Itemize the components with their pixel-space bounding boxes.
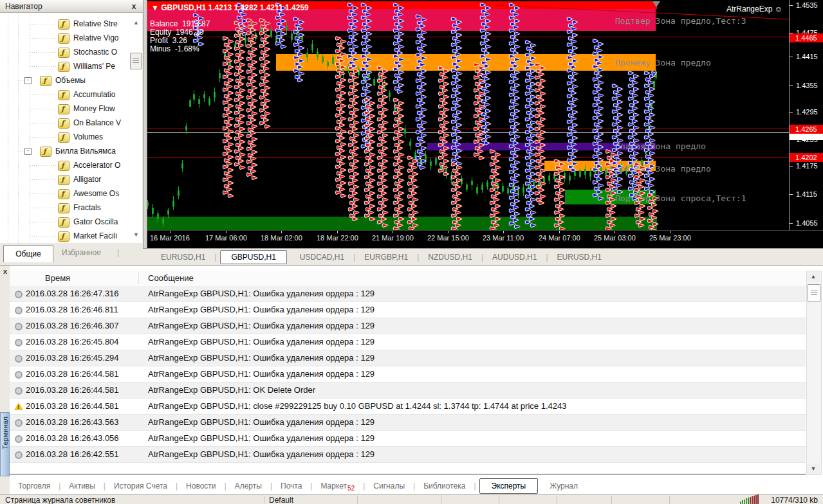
sidebar-item-fractals[interactable]: Fractals	[0, 201, 142, 215]
tree-collapse-icon[interactable]: -	[24, 148, 32, 155]
chart-collapse-icon[interactable]: ▼	[151, 3, 161, 12]
candle-body	[507, 188, 509, 194]
terminal-tab-алерты[interactable]: Алерты	[227, 482, 270, 491]
time-tick-label: 22 Mar 15:00	[427, 234, 469, 242]
candle-body	[172, 201, 174, 207]
terminal-tab-торговля[interactable]: Торговля	[10, 482, 59, 491]
tree-collapse-icon[interactable]: -	[24, 77, 32, 84]
scroll-thumb[interactable]	[808, 284, 820, 302]
tree-connector	[30, 52, 56, 53]
log-info-icon	[15, 451, 23, 459]
time-tick-label: 17 Mar 06:00	[205, 234, 247, 242]
candle-body	[157, 213, 159, 219]
scroll-up-icon[interactable]: ▲	[807, 271, 820, 282]
chart-tab-eurgbp-h1[interactable]: EURGBP,H1	[355, 253, 417, 262]
price-tick-dash	[790, 223, 793, 224]
sidebar-item-accelerator-o[interactable]: Accelerator O	[0, 158, 142, 172]
chart-tab-bar: EURUSD,H1|GBPUSD,H1USDCAD,H1|EURGBP,H1|N…	[143, 248, 823, 265]
time-axis[interactable]: 16 Mar 201617 Mar 06:0018 Mar 02:0018 Ma…	[147, 230, 823, 246]
sidebar-item-объемы[interactable]: -Объемы	[0, 73, 142, 87]
chart-symbol: GBPUSD,H1	[161, 3, 206, 12]
table-row[interactable]: 2016.03.28 16:26:43.563AtrRangeExp GBPUS…	[10, 415, 806, 431]
scroll-down-icon[interactable]: ▼	[807, 464, 820, 474]
navigator-close-icon[interactable]: x	[129, 1, 139, 12]
price-scale[interactable]: 1.45351.44751.44151.43551.42951.42351.41…	[790, 0, 823, 230]
market-badge: 52	[347, 485, 355, 492]
red-signal-arrow-icon: ►	[412, 228, 417, 230]
status-cell-divider	[441, 496, 441, 504]
table-row[interactable]: 2016.03.28 16:26:44.581AtrRangeExp GBPUS…	[10, 366, 806, 382]
sidebar-item-relative-stre[interactable]: Relative Stre	[0, 17, 142, 31]
chart-tab-gbpusd-h1[interactable]: GBPUSD,H1	[220, 250, 286, 264]
sidebar-item-on-balance-v[interactable]: On Balance V	[0, 116, 142, 130]
terminal-log-header: Время Сообщение	[10, 271, 806, 287]
terminal-tab-почта[interactable]: Почта	[272, 482, 310, 491]
candle-body	[306, 53, 308, 57]
navigator-title: Навигатор	[0, 0, 143, 13]
terminal-tab-эксперты[interactable]: Эксперты	[479, 478, 539, 494]
price-tick-label: 1.4295	[796, 108, 818, 116]
chart-tab-audusd-h1[interactable]: AUDUSD,H1	[483, 253, 546, 262]
table-row[interactable]: 2016.03.28 16:26:46.811AtrRangeExp GBPUS…	[10, 302, 806, 318]
log-info-icon	[15, 291, 23, 298]
indicator-function-icon	[58, 132, 69, 143]
column-divider[interactable]	[138, 273, 139, 284]
time-tick-label: 16 Mar 2016	[150, 234, 190, 242]
table-row[interactable]: 2016.03.28 16:26:45.804AtrRangeExp GBPUS…	[10, 334, 806, 350]
table-row[interactable]: 2016.03.28 16:26:44.581AtrRangeExp GBPUS…	[10, 399, 806, 415]
terminal-tab-журнал[interactable]: Журнал	[541, 482, 586, 491]
candle-body	[548, 176, 550, 181]
blue-signal-arrow-icon: ►	[593, 192, 598, 198]
sidebar-item-gator-oscilla[interactable]: Gator Oscilla	[0, 215, 142, 229]
terminal-tab-история-счета[interactable]: История Счета	[106, 482, 176, 491]
status-profile[interactable]: Default	[269, 496, 293, 504]
chart-plot-area[interactable]: ▼ GBPUSD,H1 1.4213 1.4282 1.4211 1.4259 …	[147, 0, 790, 230]
red-signal-arrow-icon: ►	[228, 192, 234, 199]
terminal-scrollbar[interactable]: ▲ ▼	[806, 271, 822, 475]
log-time: 2016.03.28 16:26:44.581	[26, 401, 119, 411]
sidebar-item-билла-вильямса[interactable]: -Билла Вильямса	[0, 144, 142, 158]
terminal-tab-активы[interactable]: Активы	[60, 482, 104, 491]
red-signal-arrow-icon: ►	[341, 192, 346, 199]
blue-signal-arrow-icon: ►	[598, 195, 604, 201]
terminal-tab-маркет[interactable]: Маркет52	[312, 482, 363, 491]
tree-scroll-down-icon[interactable]: ▼	[131, 230, 141, 240]
table-row[interactable]: 2016.03.28 16:26:44.581AtrRangeExp GBPUS…	[10, 382, 806, 399]
terminal-tab-сигналы[interactable]: Сигналы	[365, 482, 413, 491]
tree-connector	[30, 123, 56, 123]
terminal-vertical-tab[interactable]: Терминал	[0, 412, 10, 476]
table-row[interactable]: 2016.03.28 16:26:45.294AtrRangeExp GBPUS…	[10, 350, 806, 366]
sidebar-item-volumes[interactable]: Volumes	[0, 130, 142, 144]
navigator-tab-common[interactable]: Общие	[3, 245, 53, 262]
tree-scroll-up-icon[interactable]: ▲	[131, 18, 141, 28]
tree-connector	[19, 80, 24, 81]
sidebar-item-accumulatio[interactable]: Accumulatio	[0, 87, 142, 102]
sidebar-item-awesome-os[interactable]: Awesome Os	[0, 186, 142, 201]
sidebar-item-alligator[interactable]: Alligator	[0, 172, 142, 186]
chart-tab-usdcad-h1[interactable]: USDCAD,H1	[291, 253, 353, 262]
indicator-function-icon	[58, 203, 69, 213]
blue-signal-arrow-icon: ►	[510, 220, 515, 226]
navigator-tab-favorites[interactable]: Избранное	[62, 248, 101, 257]
candle-body	[389, 93, 391, 97]
red-signal-arrow-icon: ►	[479, 154, 485, 161]
sidebar-item-williams-pe[interactable]: Williams' Pe	[0, 59, 142, 73]
navigator-tree[interactable]: Relative StreRelative VigoStochastic OWi…	[0, 13, 142, 243]
sidebar-item-market-facili[interactable]: Market Facili	[0, 229, 142, 243]
chart-tab-nzdusd-h1[interactable]: NZDUSD,H1	[419, 253, 481, 262]
table-row[interactable]: 2016.03.28 16:26:43.056AtrRangeExp GBPUS…	[10, 431, 806, 447]
chart-tab-eurusd-h1[interactable]: EURUSD,H1	[152, 253, 214, 262]
status-cell-divider	[499, 496, 499, 504]
sidebar-item-relative-vigo[interactable]: Relative Vigo	[0, 31, 142, 45]
sidebar-item-money-flow[interactable]: Money Flow	[0, 102, 142, 116]
terminal-tab-новости[interactable]: Новости	[178, 482, 224, 491]
table-row[interactable]: 2016.03.28 16:26:42.551AtrRangeExp GBPUS…	[10, 447, 806, 463]
table-row[interactable]: 2016.03.28 16:26:46.307AtrRangeExp GBPUS…	[10, 318, 806, 334]
tree-scroll-thumb[interactable]	[130, 53, 142, 69]
terminal-tab-библиотека[interactable]: Библиотека	[415, 482, 474, 491]
sidebar-item-stochastic-o[interactable]: Stochastic O	[0, 45, 142, 59]
terminal-close-icon[interactable]: x	[1, 267, 10, 276]
tree-connector	[30, 24, 56, 24]
chart-tab-eurusd-h1[interactable]: EURUSD,H1	[548, 253, 611, 262]
table-row[interactable]: 2016.03.28 16:26:47.316AtrRangeExp GBPUS…	[10, 286, 806, 302]
